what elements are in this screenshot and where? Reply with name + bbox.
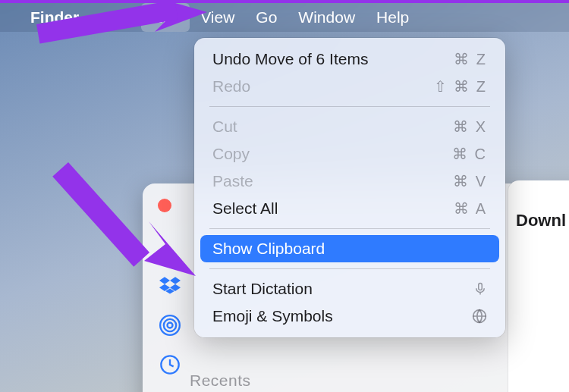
menu-item-label: Copy xyxy=(212,145,250,163)
menu-item-redo: Redo ⇧ ⌘ Z xyxy=(200,73,499,100)
menu-item-shortcut: ⌘ X xyxy=(453,118,487,136)
svg-marker-2 xyxy=(144,221,196,276)
airdrop-icon[interactable] xyxy=(159,314,181,337)
svg-point-4 xyxy=(168,323,173,328)
annotation-arrow-show-clipboard xyxy=(46,132,205,291)
menu-item-cut: Cut ⌘ X xyxy=(200,113,499,140)
svg-rect-1 xyxy=(36,0,178,44)
svg-rect-3 xyxy=(52,162,149,267)
downloads-column: Downl xyxy=(508,180,569,392)
menu-item-emoji-symbols[interactable]: Emoji & Symbols xyxy=(200,303,499,330)
menu-item-label: Redo xyxy=(212,77,250,96)
menu-item-shortcut: ⌘ C xyxy=(452,145,487,163)
globe-icon xyxy=(472,309,487,324)
menu-separator xyxy=(209,228,490,229)
menu-item-label: Show Clipboard xyxy=(212,240,325,258)
menu-item-label: Start Dictation xyxy=(212,280,313,298)
menubar-item-window[interactable]: Window xyxy=(288,3,366,32)
menu-item-shortcut: ⌘ A xyxy=(454,199,487,218)
mic-icon xyxy=(473,281,487,297)
menu-item-select-all[interactable]: Select All ⌘ A xyxy=(200,195,499,222)
menu-item-label: Select All xyxy=(212,199,278,218)
menu-item-label: Emoji & Symbols xyxy=(212,307,333,325)
downloads-header: Downl xyxy=(508,180,569,230)
svg-rect-8 xyxy=(479,284,483,290)
menu-item-copy: Copy ⌘ C xyxy=(200,140,499,168)
menu-item-shortcut: ⌘ Z xyxy=(454,50,487,68)
menu-item-paste: Paste ⌘ V xyxy=(200,168,499,195)
menu-separator xyxy=(209,106,490,107)
menu-item-shortcut: ⌘ V xyxy=(453,172,487,190)
svg-point-5 xyxy=(164,319,176,331)
edit-menu-dropdown: Undo Move of 6 Items ⌘ Z Redo ⇧ ⌘ Z Cut … xyxy=(194,38,505,337)
annotation-arrow-edit xyxy=(21,0,211,67)
recents-icon[interactable] xyxy=(159,353,181,376)
menubar-item-go[interactable]: Go xyxy=(245,3,288,32)
menu-item-show-clipboard[interactable]: Show Clipboard xyxy=(200,235,499,262)
menu-item-undo[interactable]: Undo Move of 6 Items ⌘ Z xyxy=(200,45,499,73)
menu-item-start-dictation[interactable]: Start Dictation xyxy=(200,275,499,303)
menubar-item-help[interactable]: Help xyxy=(366,3,420,32)
menu-separator xyxy=(209,268,490,269)
menu-item-label: Paste xyxy=(212,172,253,190)
menu-item-label: Cut xyxy=(212,118,237,136)
menu-item-shortcut: ⇧ ⌘ Z xyxy=(434,77,487,96)
sidebar-item-recents-label[interactable]: Recents xyxy=(190,372,251,390)
menu-item-label: Undo Move of 6 Items xyxy=(212,50,368,68)
